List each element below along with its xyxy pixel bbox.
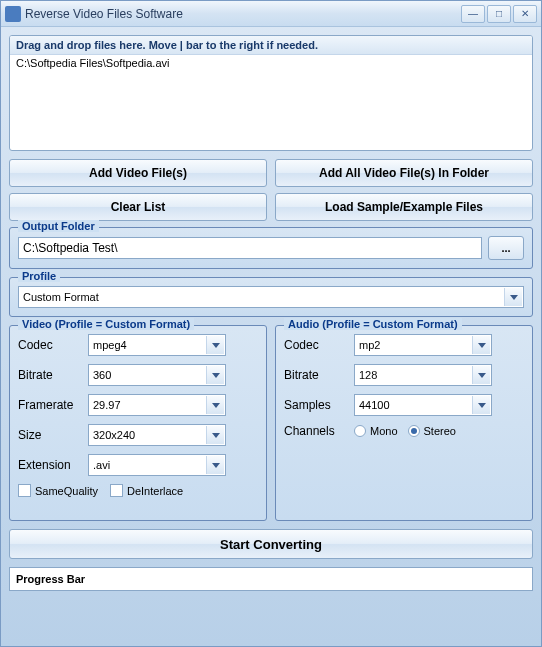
browse-button[interactable]: ... bbox=[488, 236, 524, 260]
dropdown-arrow-icon bbox=[206, 456, 224, 474]
video-bitrate-label: Bitrate bbox=[18, 368, 88, 382]
video-group: Video (Profile = Custom Format) Codec mp… bbox=[9, 325, 267, 521]
mono-label: Mono bbox=[370, 425, 398, 437]
progress-text: Progress Bar bbox=[16, 573, 85, 585]
dropdown-arrow-icon bbox=[472, 396, 490, 414]
file-list: C:\Softpedia Files\Softpedia.avi bbox=[10, 55, 532, 71]
output-folder-legend: Output Folder bbox=[18, 220, 99, 232]
deinterlace-label: DeInterlace bbox=[127, 485, 183, 497]
audio-group: Audio (Profile = Custom Format) Codec mp… bbox=[275, 325, 533, 521]
file-drop-zone[interactable]: Drag and drop files here. Move | bar to … bbox=[9, 35, 533, 151]
profile-group: Profile Custom Format bbox=[9, 277, 533, 317]
checkbox-icon bbox=[110, 484, 123, 497]
audio-bitrate-select[interactable]: 128 bbox=[354, 364, 492, 386]
video-extension-select[interactable]: .avi bbox=[88, 454, 226, 476]
dropdown-arrow-icon bbox=[504, 288, 522, 306]
deinterlace-checkbox[interactable]: DeInterlace bbox=[110, 484, 183, 497]
same-quality-checkbox[interactable]: SameQuality bbox=[18, 484, 98, 497]
dropdown-arrow-icon bbox=[206, 336, 224, 354]
window-title: Reverse Video Files Software bbox=[25, 7, 461, 21]
dropdown-arrow-icon bbox=[206, 366, 224, 384]
same-quality-label: SameQuality bbox=[35, 485, 98, 497]
app-icon bbox=[5, 6, 21, 22]
content-area: Drag and drop files here. Move | bar to … bbox=[1, 27, 541, 599]
checkbox-icon bbox=[18, 484, 31, 497]
clear-list-button[interactable]: Clear List bbox=[9, 193, 267, 221]
output-folder-group: Output Folder ... bbox=[9, 227, 533, 269]
mono-radio[interactable]: Mono bbox=[354, 425, 398, 437]
window-controls: ― □ ✕ bbox=[461, 5, 537, 23]
stereo-radio[interactable]: Stereo bbox=[408, 425, 456, 437]
profile-value: Custom Format bbox=[23, 291, 99, 303]
add-files-button[interactable]: Add Video File(s) bbox=[9, 159, 267, 187]
start-converting-button[interactable]: Start Converting bbox=[9, 529, 533, 559]
video-bitrate-select[interactable]: 360 bbox=[88, 364, 226, 386]
progress-bar: Progress Bar bbox=[9, 567, 533, 591]
titlebar: Reverse Video Files Software ― □ ✕ bbox=[1, 1, 541, 27]
audio-legend: Audio (Profile = Custom Format) bbox=[284, 318, 462, 330]
file-list-item[interactable]: C:\Softpedia Files\Softpedia.avi bbox=[16, 57, 526, 69]
video-codec-label: Codec bbox=[18, 338, 88, 352]
output-folder-input[interactable] bbox=[18, 237, 482, 259]
dropdown-arrow-icon bbox=[206, 396, 224, 414]
audio-samples-label: Samples bbox=[284, 398, 354, 412]
add-folder-button[interactable]: Add All Video File(s) In Folder bbox=[275, 159, 533, 187]
main-window: Reverse Video Files Software ― □ ✕ Drag … bbox=[0, 0, 542, 647]
profile-legend: Profile bbox=[18, 270, 60, 282]
radio-icon bbox=[354, 425, 366, 437]
video-legend: Video (Profile = Custom Format) bbox=[18, 318, 194, 330]
load-sample-button[interactable]: Load Sample/Example Files bbox=[275, 193, 533, 221]
stereo-label: Stereo bbox=[424, 425, 456, 437]
minimize-button[interactable]: ― bbox=[461, 5, 485, 23]
close-button[interactable]: ✕ bbox=[513, 5, 537, 23]
dropdown-arrow-icon bbox=[472, 336, 490, 354]
audio-samples-select[interactable]: 44100 bbox=[354, 394, 492, 416]
audio-bitrate-label: Bitrate bbox=[284, 368, 354, 382]
video-extension-label: Extension bbox=[18, 458, 88, 472]
audio-codec-select[interactable]: mp2 bbox=[354, 334, 492, 356]
video-framerate-select[interactable]: 29.97 bbox=[88, 394, 226, 416]
profile-select[interactable]: Custom Format bbox=[18, 286, 524, 308]
file-drop-header: Drag and drop files here. Move | bar to … bbox=[10, 36, 532, 55]
video-framerate-label: Framerate bbox=[18, 398, 88, 412]
video-size-select[interactable]: 320x240 bbox=[88, 424, 226, 446]
dropdown-arrow-icon bbox=[472, 366, 490, 384]
audio-codec-label: Codec bbox=[284, 338, 354, 352]
video-codec-select[interactable]: mpeg4 bbox=[88, 334, 226, 356]
radio-icon bbox=[408, 425, 420, 437]
video-size-label: Size bbox=[18, 428, 88, 442]
audio-channels-label: Channels bbox=[284, 424, 354, 438]
dropdown-arrow-icon bbox=[206, 426, 224, 444]
maximize-button[interactable]: □ bbox=[487, 5, 511, 23]
